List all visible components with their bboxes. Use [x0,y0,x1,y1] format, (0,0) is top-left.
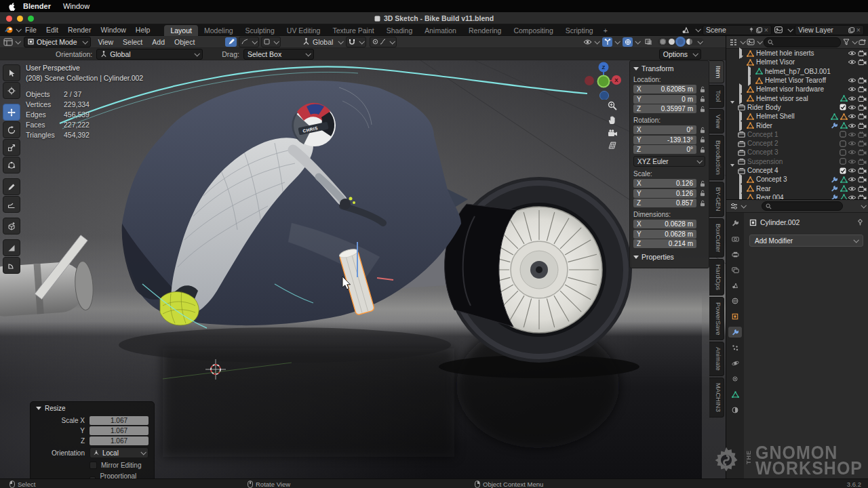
options-dropdown[interactable]: Options [659,49,701,60]
camera-view-icon[interactable] [608,129,618,137]
expand-icon[interactable] [730,167,736,174]
collection-checkbox[interactable] [840,104,846,110]
topbar-menu-edit[interactable]: Edit [41,26,63,34]
redo-panel-header[interactable]: Resize [36,405,149,412]
workspace-tab-animation[interactable]: Animation [418,25,462,36]
tool-brush-dropdown[interactable] [261,37,281,47]
disable-render-toggle[interactable] [858,50,867,56]
window-titlebar[interactable]: 3D Sketch - Bike Build v11.blend [0,12,868,24]
scene-icon[interactable] [682,26,690,34]
physics-tab[interactable] [728,358,742,369]
particles-tab[interactable] [728,342,742,353]
outliner-row[interactable]: Concept 2 [726,139,868,148]
hide-eye-toggle[interactable] [848,77,856,83]
scene-tab[interactable] [728,280,742,291]
wireframe-shading-button[interactable] [660,39,666,45]
add-cube-tool[interactable] [3,218,20,235]
disable-render-toggle[interactable] [858,176,867,182]
disable-render-toggle[interactable] [858,149,867,155]
hide-eye-toggle[interactable] [848,149,856,155]
macos-app-menu[interactable]: Blender [23,2,51,10]
outliner-display-mode-button[interactable] [729,39,745,46]
lock-icon[interactable] [696,190,705,197]
rotation-mode-dropdown[interactable]: XYZ Euler [633,156,705,167]
hide-eye-toggle[interactable] [848,186,856,192]
outliner-row[interactable]: Concept 4 [726,166,868,175]
expand-icon[interactable] [739,113,745,120]
hide-eye-toggle[interactable] [848,96,856,102]
sidebar-tab-machin3[interactable]: MACHIN3 [709,378,724,418]
collection-checkbox[interactable] [840,167,846,174]
lock-icon[interactable] [696,127,705,134]
material-preview-button[interactable] [677,39,684,45]
outliner-row[interactable]: Suspension [726,157,868,166]
outliner-row[interactable]: Concept 3 [726,148,868,157]
show-object-types-dropdown[interactable] [583,39,599,45]
hide-eye-toggle[interactable] [848,50,856,56]
transform-value-field[interactable]: Y-139.13° [633,136,696,144]
transform-value-field[interactable]: X0° [633,125,696,134]
add-modifier-button[interactable]: Add Modifier [749,235,863,247]
workspace-tab-texture-paint[interactable]: Texture Paint [326,25,380,36]
topbar-menu-help[interactable]: Help [131,26,155,34]
hide-eye-toggle[interactable] [848,59,856,65]
outliner-row[interactable]: Helmet hole inserts [726,49,868,58]
lock-icon[interactable] [696,136,705,143]
hide-eye-toggle[interactable] [848,195,856,200]
hide-eye-toggle[interactable] [848,113,856,119]
workspace-tab-layout[interactable]: Layout [164,25,198,36]
disable-render-toggle[interactable] [858,96,867,102]
lock-icon[interactable] [696,146,705,153]
new-scene-icon[interactable] [756,27,762,33]
transform-value-field[interactable]: X0.126 [633,179,696,188]
view-layer-tab[interactable] [728,264,742,275]
toggle-ortho-icon[interactable] [608,142,618,149]
shear-tool[interactable] [3,239,20,256]
topbar-menu-window[interactable]: Window [96,26,130,34]
chevron-down-icon[interactable] [787,26,793,32]
outliner-filter-id-button[interactable] [747,39,762,45]
expand-icon[interactable] [739,185,745,192]
disable-render-toggle[interactable] [858,159,867,165]
workspace-tab-shading[interactable]: Shading [380,25,419,36]
sidebar-tab-hardops[interactable]: HardOps [709,259,724,296]
collection-checkbox[interactable] [840,140,846,147]
transform-value-field[interactable]: X0.62085 m [633,85,696,94]
disable-render-toggle[interactable] [858,123,867,129]
outliner-row[interactable]: Concept 1 [726,130,868,139]
pan-hand-icon[interactable] [608,115,618,125]
orientation-dropdown[interactable]: Global [96,49,203,60]
pin-icon[interactable] [857,219,863,226]
chevron-down-icon[interactable] [695,26,701,32]
collection-checkbox[interactable] [840,158,846,165]
hide-eye-toggle[interactable] [848,140,856,146]
new-collection-button[interactable] [859,39,866,45]
sidebar-tab-animate[interactable]: Animate [709,342,724,376]
workspace-tab-scripting[interactable]: Scripting [559,25,599,36]
snap-toggle[interactable] [346,37,366,47]
collection-checkbox[interactable] [840,131,846,138]
lock-icon[interactable] [696,106,705,113]
hide-eye-toggle[interactable] [848,167,856,174]
topbar-menu-render[interactable]: Render [63,26,96,34]
lock-icon[interactable] [696,200,705,207]
remove-view-layer-icon[interactable]: × [856,26,861,34]
output-tab[interactable] [728,249,742,260]
material-tab[interactable] [728,405,742,415]
expand-icon[interactable] [748,77,753,84]
transform-value-field[interactable]: Y0.0628 m [633,230,696,239]
sidebar-tab-bproduction[interactable]: Bproduction [709,135,724,180]
outliner-row[interactable]: Rider [726,121,868,129]
outliner-row[interactable]: Rider Body [726,103,868,112]
sidebar-tab-view[interactable]: View [709,109,724,134]
toggle-xray-button[interactable] [643,37,654,47]
hide-eye-toggle[interactable] [848,131,856,138]
select-box-tool[interactable] [3,64,20,81]
workspace-tab-uv-editing[interactable]: UV Editing [281,25,327,36]
object-data-tab[interactable] [728,389,742,400]
viewport-menu-select[interactable]: Select [118,38,147,46]
redo-orientation-dropdown[interactable]: Local [90,447,149,458]
hide-eye-toggle[interactable] [848,159,856,165]
expand-icon[interactable] [739,122,745,129]
transform-value-field[interactable]: X0.0628 m [633,220,696,228]
